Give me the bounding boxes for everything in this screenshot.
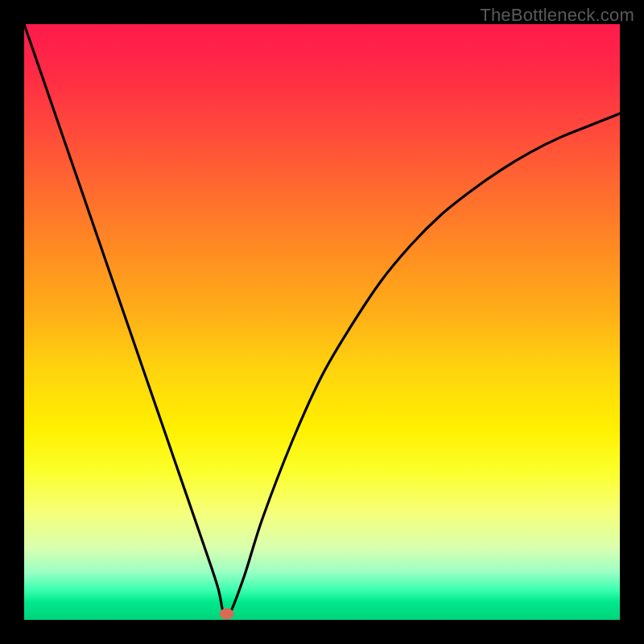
optimum-marker xyxy=(220,609,234,620)
curve-layer xyxy=(24,24,620,620)
watermark-text: TheBottleneck.com xyxy=(480,5,634,26)
chart-frame: TheBottleneck.com xyxy=(0,0,644,644)
plot-area xyxy=(24,24,620,620)
bottleneck-curve xyxy=(24,24,620,618)
